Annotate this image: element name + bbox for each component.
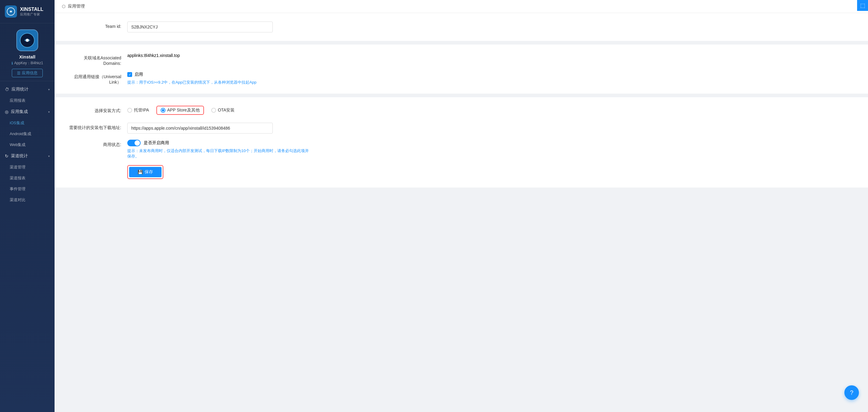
commercial-toggle[interactable] bbox=[127, 140, 141, 146]
header-icon: ⬡ bbox=[62, 4, 65, 9]
page-title: 应用管理 bbox=[68, 4, 85, 9]
radio-app-store[interactable]: APP Store及其他 bbox=[156, 106, 204, 115]
associated-domains-value: applinks:8l4hkz1.xinstall.top bbox=[127, 53, 309, 58]
save-label: 保存 bbox=[145, 169, 153, 175]
page-header: ⬡ 应用管理 bbox=[55, 0, 868, 13]
team-id-section: Team id: bbox=[55, 13, 868, 41]
universal-link-row: 启用通用链接（Universal Link） 启用 提示：用于iOS>=9.2中… bbox=[67, 72, 856, 85]
download-url-input[interactable] bbox=[127, 123, 273, 134]
sidebar-logo: XINSTALL 应用推广专家 bbox=[0, 0, 55, 23]
chevron-icon: ▾ bbox=[48, 88, 50, 91]
team-id-input[interactable] bbox=[127, 22, 273, 32]
sidebar: XINSTALL 应用推广专家 Xinstall ℹ AppKey：8l4hkz… bbox=[0, 0, 55, 412]
domain-section: 关联域名Associated Domains: applinks:8l4hkz1… bbox=[55, 44, 868, 94]
save-button[interactable]: 💾 保存 bbox=[129, 167, 161, 177]
install-section: 选择安装方式: 托管IPA APP Store及其他 bbox=[55, 97, 868, 188]
commercial-status-control: 是否开启商用 提示：未发布商用时，仅适合内部开发测试，每日下载IP数限制为10个… bbox=[127, 140, 309, 159]
team-id-row: Team id: bbox=[67, 22, 856, 32]
associated-domains-row: 关联域名Associated Domains: applinks:8l4hkz1… bbox=[67, 53, 856, 66]
app-key: ℹ AppKey：8l4hkz1 bbox=[11, 61, 43, 66]
download-url-control bbox=[127, 123, 309, 134]
download-url-row: 需要统计的安装包下载地址: bbox=[67, 123, 856, 134]
save-row: 💾 保存 bbox=[67, 165, 856, 179]
nav-group-channel-stats-label: 渠道统计 bbox=[11, 153, 28, 159]
download-url-label: 需要统计的安装包下载地址: bbox=[67, 123, 127, 131]
universal-link-label: 启用通用链接（Universal Link） bbox=[67, 72, 127, 85]
install-method-row: 选择安装方式: 托管IPA APP Store及其他 bbox=[67, 106, 856, 117]
top-right-icon: ⬚ bbox=[857, 0, 868, 11]
install-method-label: 选择安装方式: bbox=[67, 106, 127, 114]
android-integration-label: Android集成 bbox=[10, 131, 31, 136]
radio-group: 托管IPA APP Store及其他 OTA安装 bbox=[127, 106, 309, 115]
info-icon: ℹ bbox=[11, 61, 13, 65]
sidebar-item-channel-manage[interactable]: 渠道管理 bbox=[0, 162, 55, 173]
app-key-text: AppKey：8l4hkz1 bbox=[14, 61, 43, 66]
nav-group-app-integration[interactable]: ◎ 应用集成 ▾ bbox=[0, 106, 55, 118]
nav-group-app-integration-label: 应用集成 bbox=[11, 109, 28, 115]
save-btn-wrapper: 💾 保存 bbox=[127, 165, 163, 179]
app-info-icon: ☰ bbox=[17, 71, 21, 75]
app-report-label: 应用报表 bbox=[10, 98, 26, 103]
save-control: 💾 保存 bbox=[127, 165, 309, 179]
radio-hosted-ipa-circle bbox=[127, 108, 132, 113]
checkbox-label: 启用 bbox=[134, 72, 143, 77]
sidebar-item-app-report[interactable]: 应用报表 bbox=[0, 95, 55, 106]
channel-compare-label: 渠道对比 bbox=[10, 197, 26, 202]
app-info-label: 应用信息 bbox=[22, 70, 38, 76]
sidebar-item-channel-compare[interactable]: 渠道对比 bbox=[0, 194, 55, 205]
logo-text-group: XINSTALL 应用推广专家 bbox=[20, 6, 43, 17]
top-right-symbol: ⬚ bbox=[860, 2, 865, 9]
svg-point-3 bbox=[26, 39, 29, 42]
associated-domains-label: 关联域名Associated Domains: bbox=[67, 53, 127, 66]
commercial-tip: 提示：未发布商用时，仅适合内部开发测试，每日下载IP数限制为10个；开始商用时，… bbox=[127, 148, 309, 159]
app-avatar bbox=[17, 29, 38, 51]
clock-icon: ⏱ bbox=[5, 87, 9, 92]
nav-group-app-stats[interactable]: ⏱ 应用统计 ▾ bbox=[0, 84, 55, 95]
channel-manage-label: 渠道管理 bbox=[10, 165, 26, 169]
toggle-label: 是否开启商用 bbox=[144, 140, 169, 146]
chevron-icon-2: ▾ bbox=[48, 110, 50, 114]
radio-hosted-ipa[interactable]: 托管IPA bbox=[127, 107, 149, 113]
logo-subtitle: 应用推广专家 bbox=[20, 12, 43, 17]
install-method-control: 托管IPA APP Store及其他 OTA安装 bbox=[127, 106, 309, 115]
web-integration-label: Web集成 bbox=[10, 142, 26, 147]
svg-point-1 bbox=[10, 10, 12, 12]
float-icon: ? bbox=[850, 389, 853, 396]
save-icon: 💾 bbox=[137, 170, 143, 175]
event-manage-label: 事件管理 bbox=[10, 187, 26, 191]
commercial-status-row: 商用状态: 是否开启商用 提示：未发布商用时，仅适合内部开发测试，每日下载IP数… bbox=[67, 140, 856, 159]
chevron-icon-3: ▾ bbox=[48, 155, 50, 158]
sidebar-item-channel-report[interactable]: 渠道报表 bbox=[0, 173, 55, 184]
team-id-control bbox=[127, 22, 309, 32]
commercial-status-label: 商用状态: bbox=[67, 140, 127, 148]
sidebar-item-android-integration[interactable]: Android集成 bbox=[0, 128, 55, 139]
channel-report-label: 渠道报表 bbox=[10, 176, 26, 180]
checkbox-row: 启用 bbox=[127, 72, 309, 77]
radio-app-store-circle bbox=[161, 108, 165, 113]
nav-group-channel-stats[interactable]: ↻ 渠道统计 ▾ bbox=[0, 150, 55, 162]
enable-checkbox[interactable] bbox=[127, 72, 132, 77]
universal-link-tip: 提示：用于iOS>=9.2中，在App已安装的情况下，从各种浏览器中拉起App bbox=[127, 80, 309, 85]
team-id-label: Team id: bbox=[67, 22, 127, 29]
universal-link-control: 启用 提示：用于iOS>=9.2中，在App已安装的情况下，从各种浏览器中拉起A… bbox=[127, 72, 309, 85]
logo-icon bbox=[5, 5, 17, 18]
refresh-icon: ↻ bbox=[5, 154, 8, 158]
app-info-section: Xinstall ℹ AppKey：8l4hkz1 ☰ 应用信息 bbox=[0, 23, 55, 81]
puzzle-icon: ◎ bbox=[5, 109, 8, 114]
toggle-row: 是否开启商用 bbox=[127, 140, 309, 146]
radio-app-store-label: APP Store及其他 bbox=[167, 107, 200, 113]
float-help-button[interactable]: ? bbox=[844, 385, 859, 400]
radio-ota-label: OTA安装 bbox=[218, 107, 235, 113]
sidebar-item-ios-integration[interactable]: iOS集成 bbox=[0, 118, 55, 128]
radio-ota[interactable]: OTA安装 bbox=[211, 107, 235, 113]
radio-ota-circle bbox=[211, 108, 216, 113]
nav-group-app-stats-label: 应用统计 bbox=[11, 87, 29, 92]
sidebar-item-event-manage[interactable]: 事件管理 bbox=[0, 184, 55, 194]
content-area: Team id: 关联域名Associated Domains: applink… bbox=[55, 13, 868, 412]
app-name: Xinstall bbox=[19, 54, 35, 59]
sidebar-item-web-integration[interactable]: Web集成 bbox=[0, 139, 55, 150]
nav-section: ⏱ 应用统计 ▾ 应用报表 ◎ 应用集成 ▾ iOS集成 Android集成 W… bbox=[0, 81, 55, 208]
ios-integration-label: iOS集成 bbox=[10, 121, 24, 125]
app-info-button[interactable]: ☰ 应用信息 bbox=[12, 69, 43, 77]
radio-hosted-ipa-label: 托管IPA bbox=[134, 107, 149, 113]
